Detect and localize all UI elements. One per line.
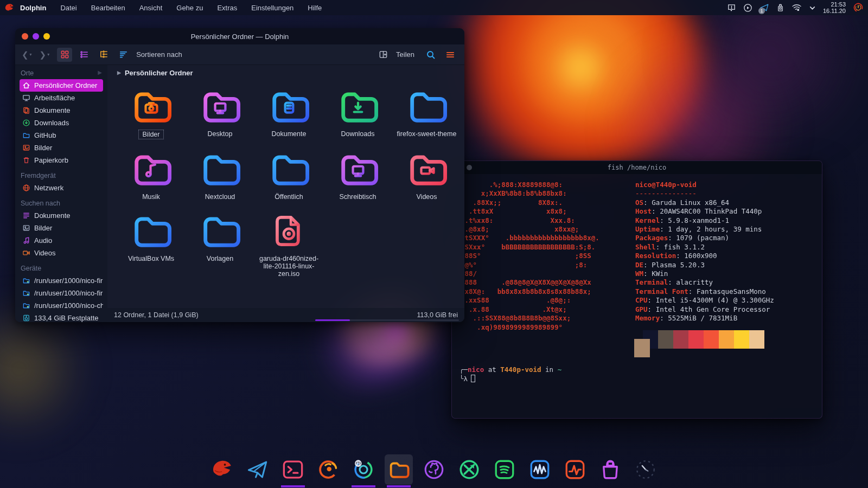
folder-icon [22, 131, 30, 139]
file-item-virtualbox-vms[interactable]: VirtualBox VMs [117, 208, 185, 278]
palette-swatch [734, 330, 749, 349]
dolphin-titlebar[interactable]: Persönlicher Ordner — Dolphin [15, 28, 464, 44]
terminal-color-palette [643, 330, 764, 361]
terminal-titlebar[interactable]: fish /home/nico [452, 161, 822, 174]
notification-icon[interactable] [727, 3, 736, 12]
file-item-desktop[interactable]: Desktop [186, 84, 254, 139]
usb-device-icon[interactable] [776, 3, 784, 12]
menu-ansicht[interactable]: Ansicht [139, 4, 163, 12]
dock-github[interactable] [420, 454, 448, 485]
open-folder-icon [205, 157, 238, 183]
file-item-musik[interactable]: Musik [117, 146, 185, 201]
file-item-firefox-sweet-theme[interactable]: firefox-sweet-theme [393, 84, 461, 139]
sidebar-item-festplatte[interactable]: 133,4 GiB Festplatte [20, 312, 103, 322]
pulse-monitor-icon [564, 458, 586, 481]
file-item-videos[interactable]: Videos [393, 146, 461, 201]
dock-free-download-manager[interactable] [455, 454, 483, 485]
file-item-garuda-iso[interactable]: garuda-dr460nized-lite-201116-linux-zen.… [255, 208, 323, 278]
sidebar-item-github[interactable]: GitHub [20, 129, 103, 142]
neofetch-info: nico@T440p-void --------------- OSGaruda… [635, 181, 774, 323]
dock-dolphin-files[interactable] [385, 454, 413, 485]
folder-view: ▶ Persönlicher Ordner Bilder Desktop Dok… [107, 65, 464, 322]
search-icon[interactable] [423, 48, 438, 62]
dock-garuda-launcher[interactable] [208, 454, 237, 485]
menu-gehe-zu[interactable]: Gehe zu [176, 4, 203, 12]
palette-swatch [634, 339, 650, 357]
dock-spotify[interactable] [490, 454, 519, 485]
mounted-folder-icon [22, 277, 30, 285]
wifi-icon[interactable] [792, 3, 802, 12]
shell-prompt[interactable]: ╭─nico at T440p-void in ~ ╰λ [459, 365, 561, 383]
dock-system-monitor[interactable] [561, 454, 589, 485]
sidebar-item-suche-audio[interactable]: Audio [20, 234, 103, 247]
tray-expander-chevron-icon[interactable] [809, 4, 816, 11]
dock-telegram[interactable] [244, 454, 272, 485]
dock-wave-editor[interactable] [526, 454, 554, 485]
hamburger-menu-icon[interactable] [443, 48, 458, 62]
sidebar-item-dokumente[interactable]: Dokumente [20, 104, 103, 117]
forward-button[interactable]: ❯▾ [40, 50, 53, 60]
dock [208, 454, 660, 485]
telegram-badge: 1 [758, 8, 765, 14]
folder-video-icon [412, 157, 445, 183]
file-item-downloads[interactable]: Downloads [324, 84, 392, 139]
dock-terminal[interactable] [279, 454, 307, 485]
open-folder-icon [412, 94, 445, 120]
sidebar-item-mount-3[interactable]: /run/user/1000/nico-ch [20, 299, 103, 312]
garuda-eagle-icon [211, 458, 234, 481]
sidebar-item-suche-dokumente[interactable]: Dokumente [20, 209, 103, 222]
file-item-dokumente[interactable]: Dokumente [255, 84, 323, 139]
digital-clock[interactable]: 21:53 16.11.20 [823, 1, 846, 14]
sort-icon[interactable] [116, 48, 131, 62]
sidebar-item-bilder[interactable]: Bilder [20, 142, 103, 154]
file-item-schreibtisch[interactable]: Schreibtisch [324, 146, 392, 201]
menu-datei[interactable]: Datei [60, 4, 76, 12]
sidebar-item-mount-2[interactable]: /run/user/1000/nico-fir [20, 287, 103, 299]
icon-view-button[interactable] [57, 48, 72, 62]
details-view-button[interactable] [96, 48, 111, 62]
image-icon [22, 224, 30, 232]
media-player-icon[interactable] [743, 3, 752, 12]
sidebar-item-papierkorb[interactable]: Papierkorb [20, 154, 103, 166]
crossed-arrow-app-icon [458, 458, 481, 481]
menu-hilfe[interactable]: Hilfe [308, 4, 322, 12]
trash-icon [22, 156, 30, 164]
dock-clock[interactable] [631, 454, 660, 485]
telegram-tray-icon[interactable]: 1 [760, 3, 769, 12]
share-button[interactable]: Teilen [396, 50, 414, 59]
back-button[interactable]: ❮▾ [22, 50, 35, 60]
sidebar-item-downloads[interactable]: Downloads [20, 117, 103, 129]
panel-collapse-icon[interactable]: ▶ [98, 69, 102, 77]
firefox-icon [317, 458, 340, 481]
palette-swatch [749, 330, 764, 349]
file-item-bilder[interactable]: Bilder [117, 84, 185, 139]
menu-bearbeiten[interactable]: Bearbeiten [91, 4, 125, 12]
breadcrumb[interactable]: ▶ Persönlicher Ordner [107, 65, 464, 80]
sidebar-item-suche-bilder[interactable]: Bilder [20, 222, 103, 234]
terminal-content[interactable]: .%;888:X8889888@8: x;XxXB%8b8:b8%b88bx8:… [452, 174, 822, 418]
sidebar-item-suche-videos[interactable]: Videos [20, 247, 103, 259]
sort-by-button[interactable]: Sortieren nach [136, 50, 182, 59]
garuda-logo-icon[interactable] [4, 3, 15, 13]
prompt-host: T440p-void [500, 365, 541, 374]
menu-extras[interactable]: Extras [217, 4, 237, 12]
waveform-app-icon [528, 458, 551, 481]
menu-app-name[interactable]: Dolphin [20, 4, 46, 12]
dock-browser-guard[interactable] [349, 454, 378, 485]
file-item-oeffentlich[interactable]: Öffentlich [255, 146, 323, 201]
power-button-icon[interactable] [853, 2, 864, 13]
downloads-icon [22, 119, 30, 127]
sidebar-item-persoenlicher-ordner[interactable]: Persönlicher Ordner [20, 79, 103, 92]
folder-documents-icon [274, 94, 307, 120]
sidebar-item-arbeitsflaeche[interactable]: Arbeitsfläche [20, 92, 103, 104]
dock-software-bag[interactable] [596, 454, 624, 485]
files-folder-icon [387, 458, 411, 481]
sidebar-item-mount-1[interactable]: /run/user/1000/nico-fir [20, 274, 103, 287]
menu-einstellungen[interactable]: Einstellungen [251, 4, 293, 12]
file-item-nextcloud[interactable]: Nextcloud [186, 146, 254, 201]
split-view-icon[interactable] [375, 48, 391, 62]
sidebar-item-netzwerk[interactable]: Netzwerk [20, 182, 103, 194]
dock-firefox[interactable] [314, 454, 342, 485]
compact-view-button[interactable] [76, 48, 92, 62]
file-item-vorlagen[interactable]: Vorlagen [186, 208, 254, 278]
